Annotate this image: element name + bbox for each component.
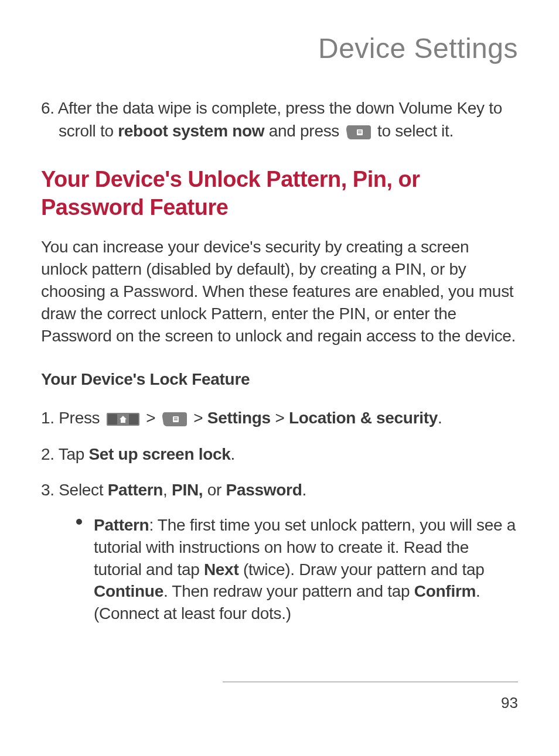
svg-rect-7 bbox=[174, 418, 178, 419]
section-heading: Your Device's Unlock Pattern, Pin, or Pa… bbox=[41, 166, 518, 221]
reboot-system-now-text: reboot system now bbox=[118, 122, 264, 140]
step-6-text: 6. After the data wipe is complete, pres… bbox=[41, 97, 518, 142]
home-key-icon bbox=[107, 413, 139, 426]
location-security-text: Location & security bbox=[289, 409, 438, 427]
section-intro: You can increase your device's security … bbox=[41, 236, 518, 347]
step3-c2: or bbox=[203, 481, 226, 499]
step-3: 3. Select Pattern, PIN, or Password. bbox=[41, 478, 518, 501]
svg-rect-1 bbox=[358, 131, 362, 132]
next-text: Next bbox=[204, 560, 239, 579]
step6-line2-prefix: scroll to bbox=[59, 122, 118, 140]
settings-text: Settings bbox=[207, 409, 271, 427]
step-2: 2. Tap Set up screen lock. bbox=[41, 443, 518, 466]
step1-prefix: 1. Press bbox=[41, 409, 104, 427]
page-title: Device Settings bbox=[41, 32, 518, 64]
confirm-text: Confirm bbox=[414, 582, 476, 600]
step3-end: . bbox=[302, 481, 306, 499]
page-number: 93 bbox=[223, 694, 518, 712]
continue-text: Continue bbox=[94, 582, 163, 600]
bullet-t2: (twice). Draw your pattern and tap bbox=[238, 560, 484, 579]
step3-prefix: 3. Select bbox=[41, 481, 108, 499]
step2-end: . bbox=[231, 445, 235, 463]
svg-rect-2 bbox=[358, 132, 362, 134]
bullet-dot-icon bbox=[76, 519, 82, 525]
svg-rect-8 bbox=[174, 419, 178, 420]
step1-sep3: > bbox=[275, 409, 289, 427]
bullet-pattern-label: Pattern bbox=[94, 516, 149, 534]
pattern-text: Pattern bbox=[108, 481, 163, 499]
bullet-t3: . Then redraw your pattern and tap bbox=[163, 582, 414, 600]
step3-c1: , bbox=[163, 481, 172, 499]
step1-end: . bbox=[438, 409, 442, 427]
step6-line2-mid: and press bbox=[264, 122, 343, 140]
pin-text: PIN, bbox=[172, 481, 203, 499]
password-text: Password bbox=[226, 481, 302, 499]
sub-heading-lock-feature: Your Device's Lock Feature bbox=[41, 370, 518, 389]
menu-key-icon bbox=[346, 125, 371, 139]
manual-page: Device Settings 6. After the data wipe i… bbox=[0, 0, 559, 756]
setup-screen-lock-text: Set up screen lock bbox=[88, 445, 230, 463]
step1-sep1: > bbox=[146, 409, 160, 427]
svg-rect-5 bbox=[129, 414, 138, 425]
pattern-bullet: Pattern: The first time you set unlock p… bbox=[76, 514, 518, 625]
page-footer: 93 bbox=[223, 682, 518, 712]
step-1: 1. Press > > Settings > Location & secur… bbox=[41, 406, 518, 429]
step6-line2-suffix: to select it. bbox=[377, 122, 454, 140]
svg-rect-4 bbox=[108, 414, 117, 425]
step2-prefix: 2. Tap bbox=[41, 445, 88, 463]
step6-line1: 6. After the data wipe is complete, pres… bbox=[41, 99, 502, 117]
step1-sep2: > bbox=[193, 409, 207, 427]
footer-divider bbox=[223, 682, 518, 682]
menu-key-icon-2 bbox=[162, 412, 187, 426]
